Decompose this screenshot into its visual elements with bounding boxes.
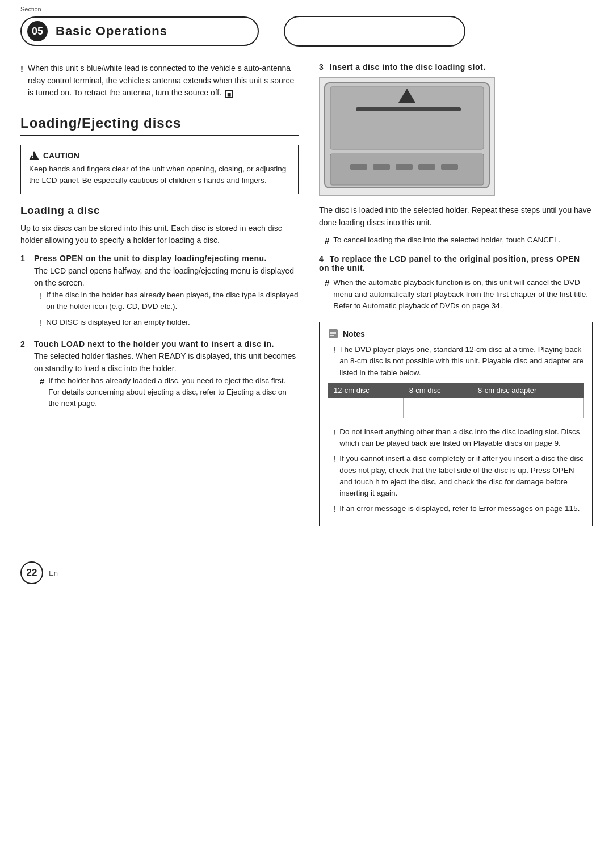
step-2-hash-text: If the holder has already loaded a disc,… <box>48 375 299 410</box>
hash-icon: # <box>40 375 44 387</box>
notes-bullet-1-text: The DVD player plays one, standard 12-cm… <box>339 344 584 379</box>
section-number: 05 <box>27 21 48 41</box>
step-2-number: 2 <box>20 338 30 351</box>
footer-lang: En <box>49 569 58 577</box>
page-footer: 22 En <box>0 551 613 590</box>
page-number: 22 <box>20 561 43 584</box>
notes-label: Notes <box>343 329 365 338</box>
step-2-body: The selected holder flashes. When READY … <box>34 351 296 373</box>
step-3-number: 3 <box>319 62 324 72</box>
step-3-heading: 3 Insert a disc into the disc loading sl… <box>319 62 593 72</box>
hash-icon-r2: # <box>325 277 329 289</box>
svg-rect-5 <box>350 164 367 170</box>
step-2-hash: # If the holder has already loaded a dis… <box>34 375 299 410</box>
notes-bullet-4: ! If an error message is displayed, refe… <box>328 503 584 515</box>
step-4-number: 4 <box>319 254 324 263</box>
page-header: 05 Basic Operations <box>0 0 613 52</box>
section-badge: 05 Basic Operations <box>20 16 259 46</box>
top-note: ! When this unit s blue/white lead is co… <box>20 62 299 99</box>
notes-bullet-4-text: If an error message is displayed, refer … <box>339 503 580 514</box>
svg-rect-9 <box>441 164 458 170</box>
stop-symbol: ◼ <box>225 90 233 98</box>
disc-table-header-3: 8-cm disc adapter <box>472 383 584 397</box>
notes-title: Notes <box>328 328 584 339</box>
disc-table-cell-1 <box>328 397 404 418</box>
page: Section 05 Basic Operations ! When this … <box>0 0 613 868</box>
step-1-bullet-2-text: NO DISC is displayed for an empty holder… <box>46 317 190 328</box>
notes-bullet-icon-2: ! <box>333 426 335 438</box>
dvd-illustration <box>322 80 492 194</box>
svg-rect-6 <box>373 164 390 170</box>
notes-bullet-1: ! The DVD player plays one, standard 12-… <box>328 344 584 379</box>
disc-table: 12-cm disc 8-cm disc 8-cm disc adapter <box>328 383 584 418</box>
step-4-heading: 4 To replace the LCD panel to the origin… <box>319 254 593 272</box>
right-column: 3 Insert a disc into the disc loading sl… <box>319 62 593 534</box>
notes-bullet-icon-4: ! <box>333 503 335 515</box>
step-2: 2 Touch LOAD next to the holder you want… <box>20 338 299 414</box>
notes-bullet-2-text: Do not insert anything other than a disc… <box>339 426 584 450</box>
notes-bullet-3: ! If you cannot insert a disc completely… <box>328 453 584 499</box>
disc-table-cell-3 <box>472 397 584 418</box>
top-note-text: When this unit s blue/white lead is conn… <box>28 62 299 99</box>
svg-rect-2 <box>356 107 461 111</box>
left-column: ! When this unit s blue/white lead is co… <box>20 62 299 534</box>
disc-table-header-2: 8-cm disc <box>403 383 472 397</box>
exclaim-icon: ! <box>20 63 23 75</box>
notes-bullet-icon-1: ! <box>333 344 335 356</box>
bullet-icon-1: ! <box>40 290 42 301</box>
top-note-body: When this unit s blue/white lead is conn… <box>28 64 294 97</box>
loading-ejecting-heading: Loading/Ejecting discs <box>20 115 299 136</box>
loading-disc-body: Up to six discs can be stored into this … <box>20 223 299 247</box>
step-1-heading: Press OPEN on the unit to display loadin… <box>34 254 267 263</box>
notes-box: Notes ! The DVD player plays one, standa… <box>319 322 593 526</box>
section-title: Basic Operations <box>56 24 167 39</box>
step-4-hash: # When the automatic playback function i… <box>319 277 593 312</box>
notes-bullet-icon-3: ! <box>333 453 335 465</box>
dvd-device-image <box>319 77 495 196</box>
caution-label: CAUTION <box>43 151 79 160</box>
disc-table-row <box>328 397 584 418</box>
hash-icon-r1: # <box>325 234 329 246</box>
notes-bullet-3-text: If you cannot insert a disc completely o… <box>339 453 584 499</box>
section-label: Section <box>20 6 41 12</box>
step-1-bullet-1-text: If the disc in the holder has already be… <box>46 290 299 313</box>
disc-table-cell-2 <box>403 397 472 418</box>
step-1-content: Press OPEN on the unit to display loadin… <box>34 253 299 333</box>
main-content: ! When this unit s blue/white lead is co… <box>0 62 613 534</box>
step-4-body: When the automatic playback function is … <box>333 277 593 312</box>
svg-rect-7 <box>396 164 413 170</box>
disc-table-header-1: 12-cm disc <box>328 383 404 397</box>
step-1-bullet-1: ! If the disc in the holder has already … <box>34 290 299 313</box>
bullet-icon-2: ! <box>40 317 42 329</box>
step-3-hash1: # To cancel loading the disc into the se… <box>319 234 593 246</box>
loading-disc-subheading: Loading a disc <box>20 204 299 217</box>
step-2-heading: Touch LOAD next to the holder you want t… <box>34 339 274 349</box>
caution-box: CAUTION Keep hands and fingers clear of … <box>20 145 299 194</box>
step-3-heading-text: Insert a disc into the disc loading slot… <box>330 62 486 72</box>
step-3-hash1-text: To cancel loading the disc into the sele… <box>333 234 560 246</box>
caution-triangle-icon <box>29 151 39 160</box>
step-1-body: The LCD panel opens halfway, and the loa… <box>34 266 294 288</box>
notes-icon <box>328 328 339 339</box>
step-4-heading-text: To replace the LCD panel to the original… <box>319 254 580 272</box>
step-1-number: 1 <box>20 253 30 265</box>
step-3-body1: The disc is loaded into the selected hol… <box>319 204 593 229</box>
caution-title: CAUTION <box>29 151 290 160</box>
notes-bullet-2: ! Do not insert anything other than a di… <box>328 426 584 450</box>
caution-text: Keep hands and fingers clear of the unit… <box>29 163 290 187</box>
step-1-bullet-2: ! NO DISC is displayed for an empty hold… <box>34 317 299 329</box>
step-2-content: Touch LOAD next to the holder you want t… <box>34 338 299 414</box>
svg-rect-8 <box>418 164 435 170</box>
header-right-box <box>284 16 465 47</box>
step-1: 1 Press OPEN on the unit to display load… <box>20 253 299 333</box>
